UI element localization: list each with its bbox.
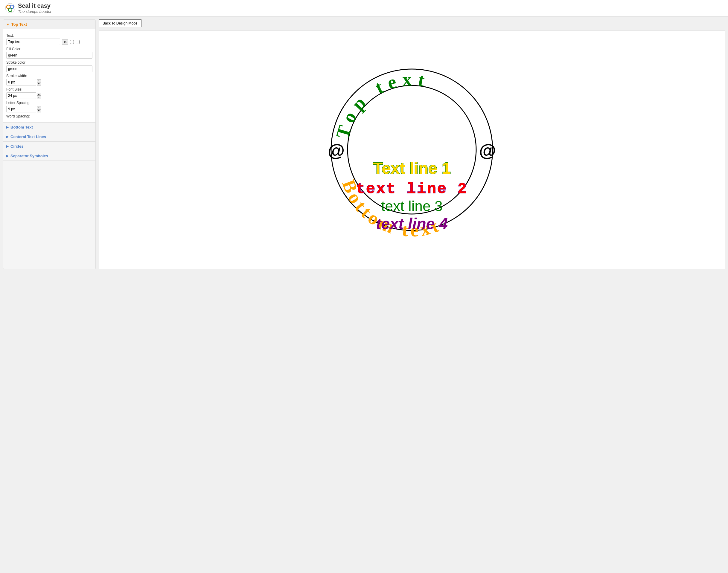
logo-title: Seal it easy: [18, 2, 51, 9]
separator-title: Separator Symboles: [10, 154, 48, 158]
logo-icon: [5, 3, 15, 13]
word-spacing-label: Word Spacing:: [6, 114, 92, 118]
top-text-section: ▼ Top Text Text: B Fill Color: Stroke co…: [3, 20, 95, 122]
separator-section: ▶ Separator Symboles: [3, 151, 95, 161]
checkbox-2[interactable]: [76, 40, 80, 44]
font-size-spinner: ▲ ▼: [37, 93, 41, 99]
font-size-up[interactable]: ▲: [37, 93, 41, 96]
bottom-text-header[interactable]: ▶ Bottom Text: [3, 122, 95, 132]
seal-container: Top text Bottom text @ @ Text line 1 tex…: [324, 39, 500, 260]
letter-spacing-label: Letter Spacing:: [6, 101, 92, 105]
stroke-width-wrapper: ▲ ▼: [6, 79, 92, 86]
main-layout: ▼ Top Text Text: B Fill Color: Stroke co…: [0, 16, 728, 272]
stroke-width-label: Stroke width:: [6, 74, 92, 78]
text-row: B: [6, 39, 92, 45]
top-text-arrow: ▼: [6, 23, 10, 26]
central-text-header[interactable]: ▶ Centeral Text Lines: [3, 132, 95, 141]
font-size-down[interactable]: ▼: [37, 96, 41, 99]
separator-header[interactable]: ▶ Separator Symboles: [3, 151, 95, 160]
fill-color-input[interactable]: [6, 52, 92, 59]
back-to-design-button[interactable]: Back To Design Mode: [99, 19, 142, 27]
stroke-width-down[interactable]: ▼: [37, 83, 41, 86]
letter-spacing-up[interactable]: ▲: [37, 106, 41, 109]
central-text-arrow: ▶: [6, 135, 9, 139]
font-size-label: Font Size:: [6, 87, 92, 92]
letter-spacing-spinner: ▲ ▼: [37, 106, 41, 112]
font-size-input[interactable]: [6, 92, 36, 99]
text-label: Text:: [6, 34, 92, 38]
letter-spacing-wrapper: ▲ ▼: [6, 106, 92, 112]
fill-color-label: Fill Color:: [6, 47, 92, 51]
top-text-title: Top Text: [11, 22, 27, 27]
logo-area: Seal it easy The stamps Leader: [18, 2, 51, 14]
letter-spacing-input[interactable]: [6, 106, 36, 112]
canvas-area: Top text Bottom text @ @ Text line 1 tex…: [99, 30, 725, 269]
top-text-content: Text: B Fill Color: Stroke color: Stroke…: [3, 29, 95, 122]
content-area: Back To Design Mode: [99, 19, 725, 269]
font-size-wrapper: ▲ ▼: [6, 92, 92, 99]
stroke-color-label: Stroke color:: [6, 60, 92, 64]
top-text-header[interactable]: ▼ Top Text: [3, 20, 95, 29]
central-text-section: ▶ Centeral Text Lines: [3, 132, 95, 142]
app-header: Seal it easy The stamps Leader: [0, 0, 728, 16]
text-input[interactable]: [6, 39, 60, 45]
circles-section: ▶ Circles: [3, 142, 95, 151]
line1-text: Text line 1: [373, 159, 451, 177]
bold-button[interactable]: B: [62, 39, 68, 45]
seal-svg: Top text Bottom text @ @ Text line 1 tex…: [324, 39, 500, 260]
line2-text: text line 2: [356, 180, 468, 198]
circles-header[interactable]: ▶ Circles: [3, 142, 95, 151]
stroke-width-up[interactable]: ▲: [37, 79, 41, 82]
right-separator: @: [479, 141, 496, 160]
line3-text: text line 3: [381, 198, 442, 214]
letter-spacing-down[interactable]: ▼: [37, 109, 41, 112]
logo-subtitle: The stamps Leader: [18, 9, 51, 14]
checkbox-1[interactable]: [70, 40, 74, 44]
line4-text: text line 4: [376, 215, 448, 232]
sidebar: ▼ Top Text Text: B Fill Color: Stroke co…: [3, 19, 96, 269]
circles-arrow: ▶: [6, 144, 9, 148]
stroke-width-input[interactable]: [6, 79, 36, 86]
stroke-color-input[interactable]: [6, 65, 92, 72]
left-separator: @: [328, 141, 345, 160]
separator-arrow: ▶: [6, 154, 9, 158]
stroke-width-spinner: ▲ ▼: [37, 79, 41, 86]
circles-title: Circles: [10, 144, 23, 149]
bottom-text-title: Bottom Text: [10, 125, 33, 129]
bottom-text-arrow: ▶: [6, 125, 9, 129]
central-text-title: Centeral Text Lines: [10, 135, 46, 139]
bottom-text-section: ▶ Bottom Text: [3, 122, 95, 132]
